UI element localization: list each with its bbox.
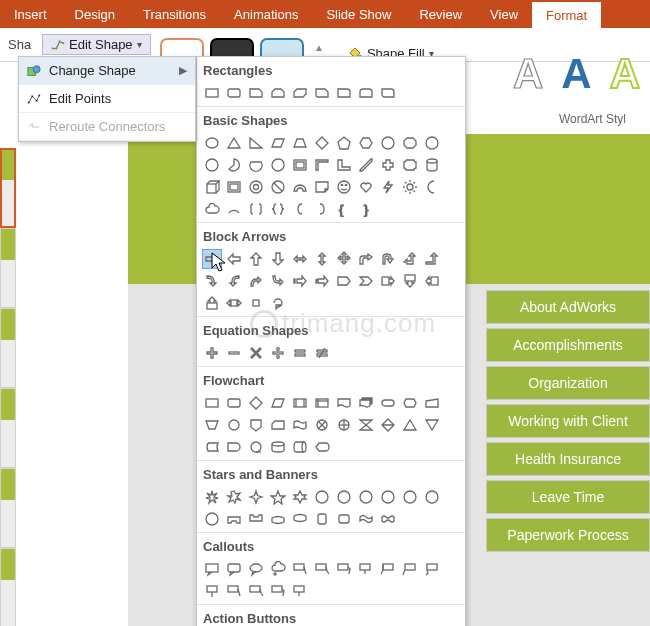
shape-scroll-h[interactable] [334,509,354,529]
shape-sun[interactable] [400,177,420,197]
shape-explosion2[interactable] [224,487,244,507]
shape-star6[interactable] [290,487,310,507]
slide-thumb-4[interactable] [0,388,16,468]
shape-right-triangle[interactable] [246,133,266,153]
shape-wave[interactable] [356,509,376,529]
shape-uturn-arrow[interactable] [378,249,398,269]
shape-left-arrow[interactable] [224,249,244,269]
shape-right-brace[interactable]: } [356,199,376,219]
shape-callout-accent2[interactable] [400,559,420,579]
shape-fc-display[interactable] [312,437,332,457]
shape-up-callout-arrow[interactable] [202,293,222,313]
shape-fc-document[interactable] [334,393,354,413]
slide-thumb-2[interactable] [0,228,16,308]
shape-callout-border3[interactable] [268,581,288,601]
shape-left-callout-arrow[interactable] [422,271,442,291]
gallery-up-icon[interactable]: ▲ [314,42,324,53]
shape-frame[interactable] [290,155,310,175]
shape-cross[interactable] [378,155,398,175]
shape-ribbon-down[interactable] [246,509,266,529]
shape-right-callout-arrow[interactable] [378,271,398,291]
shape-quad-arrow[interactable] [334,249,354,269]
tab-review[interactable]: Review [405,0,476,28]
shape-fc-offpage[interactable] [246,415,266,435]
menu-btn-health[interactable]: Health Insurance [486,442,650,476]
shape-left-up-arrow[interactable] [400,249,420,269]
shape-right-bracket[interactable] [312,199,332,219]
shape-callout-line3[interactable] [334,559,354,579]
shape-pentagon-arrow[interactable] [334,271,354,291]
wordart-style-2[interactable]: A [561,50,591,98]
shape-callout-border2[interactable] [246,581,266,601]
shape-multiply[interactable] [246,343,266,363]
shape-hexagon[interactable] [356,133,376,153]
shape-curved-down[interactable] [268,271,288,291]
shape-star7[interactable] [312,487,332,507]
shape-star4[interactable] [246,487,266,507]
shape-fc-decision[interactable] [246,393,266,413]
shape-callout-cloud[interactable] [268,559,288,579]
shape-pie[interactable] [224,155,244,175]
shape-curved-up[interactable] [246,271,266,291]
shape-fc-manual-input[interactable] [422,393,442,413]
shape-teardrop[interactable] [268,155,288,175]
shape-division[interactable] [268,343,288,363]
shape-left-right-arrow[interactable] [290,249,310,269]
shape-arc[interactable] [224,199,244,219]
tab-transitions[interactable]: Transitions [129,0,220,28]
shape-snip-round[interactable] [312,83,332,103]
slide-thumb-5[interactable] [0,468,16,548]
shape-bevel[interactable] [224,177,244,197]
shape-snip-same[interactable] [268,83,288,103]
shape-quad-callout[interactable] [246,293,266,313]
shape-double-bracket[interactable] [246,199,266,219]
shape-parallelogram[interactable] [268,133,288,153]
shape-fc-terminator[interactable] [378,393,398,413]
shape-ribbon-curved-up[interactable] [268,509,288,529]
shape-bent-up-arrow[interactable] [422,249,442,269]
shape-star10[interactable] [356,487,376,507]
shape-down-callout-arrow[interactable] [400,271,420,291]
shape-double-brace[interactable] [268,199,288,219]
shape-ribbon-curved-down[interactable] [290,509,310,529]
shape-fc-tape[interactable] [290,415,310,435]
shape-dodecagon[interactable] [202,155,222,175]
shape-fc-collate[interactable] [356,415,376,435]
shape-round-single[interactable] [334,83,354,103]
shape-plaque[interactable] [400,155,420,175]
shape-smiley[interactable] [334,177,354,197]
shape-fc-alt-process[interactable] [224,393,244,413]
shape-round-diag[interactable] [378,83,398,103]
shape-callout-border1[interactable] [224,581,244,601]
shape-diamond[interactable] [312,133,332,153]
shape-plus[interactable] [202,343,222,363]
shape-star24[interactable] [422,487,442,507]
shape-explosion1[interactable] [202,487,222,507]
shape-moon[interactable] [422,177,442,197]
shape-block-arc[interactable] [290,177,310,197]
shape-callout-oval[interactable] [246,559,266,579]
shape-not-equal[interactable] [312,343,332,363]
shape-snip-diag[interactable] [290,83,310,103]
shape-oval[interactable] [202,133,222,153]
shape-triangle[interactable] [224,133,244,153]
shape-notched-right[interactable] [312,271,332,291]
shape-fc-direct-access[interactable] [290,437,310,457]
shape-curved-left[interactable] [224,271,244,291]
menu-btn-working-client[interactable]: Working with Client [486,404,650,438]
shape-fc-extract[interactable] [400,415,420,435]
shape-callout-rect[interactable] [202,559,222,579]
slide-thumb-3[interactable] [0,308,16,388]
shape-star8[interactable] [334,487,354,507]
shape-snip-single[interactable] [246,83,266,103]
shape-callout-line1[interactable] [290,559,310,579]
shape-octagon[interactable] [400,133,420,153]
shape-callout-round[interactable] [224,559,244,579]
shape-up-down-arrow[interactable] [312,249,332,269]
shape-chevron[interactable] [356,271,376,291]
shape-fc-card[interactable] [268,415,288,435]
tab-design[interactable]: Design [61,0,129,28]
shape-curved-right[interactable] [202,271,222,291]
menu-btn-about[interactable]: About AdWorks [486,290,650,324]
shape-heptagon[interactable] [378,133,398,153]
